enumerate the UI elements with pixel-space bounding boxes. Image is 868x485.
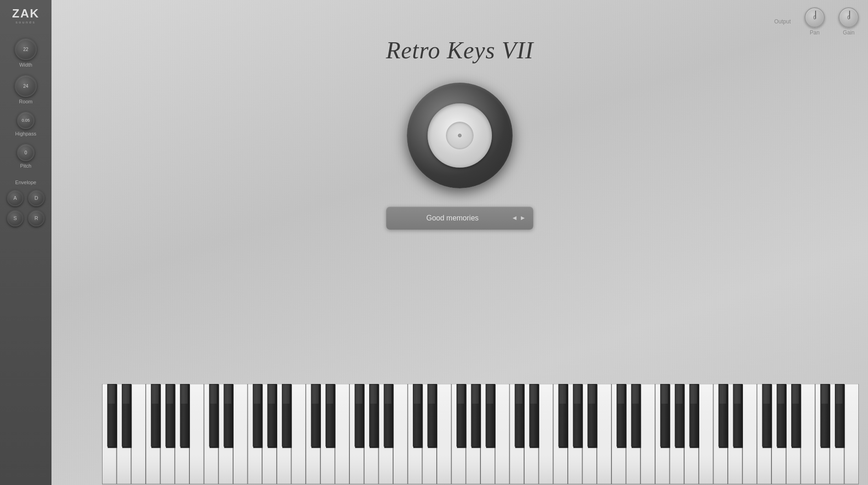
release-label: R: [34, 215, 38, 221]
envelope-row-1: A D: [7, 190, 45, 206]
highpass-label: Highpass: [15, 131, 36, 136]
piano-wrapper: [102, 384, 859, 485]
top-bar: Output 0 Pan 0 Gain: [774, 7, 859, 36]
width-label: Width: [19, 62, 32, 68]
main-knob-center: [446, 122, 474, 149]
pitch-knob-group: 0 Pitch: [17, 144, 34, 169]
room-value: 24: [23, 84, 28, 89]
sustain-label: S: [13, 215, 17, 221]
logo-sub: sounds: [16, 20, 36, 24]
sustain-knob[interactable]: S: [7, 210, 23, 226]
width-knob-group: 22 Width: [15, 38, 37, 68]
instrument-title: Retro Keys VII: [386, 37, 533, 64]
pan-indicator: [805, 8, 826, 28]
envelope-row-2: S R: [7, 210, 45, 226]
main-knob-outer[interactable]: [407, 83, 513, 188]
pan-label: Pan: [810, 29, 819, 36]
width-value: 22: [23, 47, 28, 52]
app-container: ZAK sounds 22 Width 24 Room 0.05 Highpas…: [0, 0, 868, 485]
piano-canvas[interactable]: [102, 384, 859, 485]
output-label: Output: [774, 18, 791, 25]
pitch-knob[interactable]: 0: [17, 144, 34, 161]
highpass-knob-group: 0.05 Highpass: [15, 112, 36, 136]
highpass-knob[interactable]: 0.05: [17, 112, 34, 129]
width-knob[interactable]: 22: [15, 38, 37, 60]
pitch-value: 0: [24, 150, 27, 155]
release-knob[interactable]: R: [28, 210, 45, 226]
pan-knob[interactable]: 0: [805, 7, 825, 28]
room-label: Room: [19, 99, 32, 104]
main-content: Output 0 Pan 0 Gain: [51, 0, 868, 485]
preset-next-arrow[interactable]: ►: [520, 214, 526, 222]
decay-knob[interactable]: D: [28, 190, 45, 206]
sidebar: ZAK sounds 22 Width 24 Room 0.05 Highpas…: [0, 0, 51, 485]
preset-selector[interactable]: Good memories ◄ ►: [386, 207, 533, 230]
pan-knob-group: 0 Pan: [805, 7, 825, 36]
main-knob-container: [407, 83, 513, 188]
envelope-label: Envelope: [15, 180, 36, 185]
pitch-label: Pitch: [20, 163, 31, 169]
preset-name: Good memories: [394, 214, 511, 222]
gain-indicator: [839, 8, 860, 28]
main-knob-inner: [428, 103, 492, 168]
preset-arrows: ◄ ►: [511, 214, 526, 222]
logo-main: ZAK: [12, 7, 39, 19]
highpass-value: 0.05: [22, 118, 30, 123]
attack-knob[interactable]: A: [7, 190, 23, 206]
logo-area: ZAK sounds: [12, 7, 39, 24]
gain-knob-group: 0 Gain: [839, 7, 859, 36]
decay-label: D: [34, 195, 38, 201]
envelope-section: Envelope A D S R: [0, 180, 51, 230]
main-knob-dot: [458, 134, 462, 137]
gain-knob[interactable]: 0: [839, 7, 859, 28]
room-knob[interactable]: 24: [15, 75, 37, 97]
room-knob-group: 24 Room: [15, 75, 37, 104]
preset-prev-arrow[interactable]: ◄: [511, 214, 518, 222]
attack-label: A: [13, 195, 17, 201]
gain-label: Gain: [843, 29, 854, 36]
